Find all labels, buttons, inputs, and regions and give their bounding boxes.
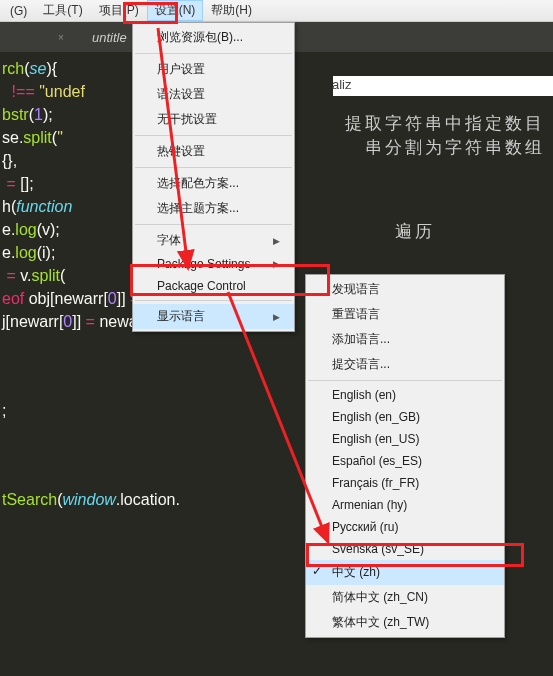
- submenu-item[interactable]: Español (es_ES): [306, 450, 504, 472]
- language-submenu: 发现语言重置语言添加语言...提交语言...English (en)Englis…: [305, 274, 505, 638]
- tab-label[interactable]: untitle: [92, 30, 127, 45]
- check-icon: ✓: [312, 564, 322, 578]
- submenu-item[interactable]: 繁体中文 (zh_TW): [306, 610, 504, 635]
- submenu-item[interactable]: Svenska (sv_SE): [306, 538, 504, 560]
- dropdown-item[interactable]: 语法设置: [133, 82, 294, 107]
- dropdown-item[interactable]: Package Control: [133, 275, 294, 297]
- dropdown-item[interactable]: 用户设置: [133, 57, 294, 82]
- preview-strip: [333, 76, 553, 96]
- dropdown-item[interactable]: 无干扰设置: [133, 107, 294, 132]
- dropdown-item[interactable]: 浏览资源包(B)...: [133, 25, 294, 50]
- settings-dropdown: 浏览资源包(B)...用户设置语法设置无干扰设置热键设置选择配色方案...选择主…: [132, 22, 295, 332]
- dropdown-item[interactable]: 选择配色方案...: [133, 171, 294, 196]
- submenu-item[interactable]: ✓中文 (zh): [306, 560, 504, 585]
- submenu-item[interactable]: 发现语言: [306, 277, 504, 302]
- submenu-item[interactable]: Armenian (hy): [306, 494, 504, 516]
- submenu-item[interactable]: 提交语言...: [306, 352, 504, 377]
- annotation-2: 串分割为字符串数组: [365, 136, 545, 159]
- submenu-item[interactable]: 重置语言: [306, 302, 504, 327]
- annotation-1: 提取字符串中指定数目: [345, 112, 545, 135]
- tab-close-icon[interactable]: ×: [55, 31, 67, 43]
- submenu-item[interactable]: English (en): [306, 384, 504, 406]
- submenu-arrow-icon: ▶: [273, 236, 280, 246]
- menu-project[interactable]: 项目(P): [91, 0, 147, 21]
- menu-help[interactable]: 帮助(H): [203, 0, 260, 21]
- menu-view[interactable]: (G): [2, 2, 35, 20]
- submenu-item[interactable]: Français (fr_FR): [306, 472, 504, 494]
- submenu-arrow-icon: ▶: [273, 312, 280, 322]
- submenu-item[interactable]: English (en_US): [306, 428, 504, 450]
- preview-text: aliz: [332, 77, 352, 92]
- submenu-item[interactable]: Русский (ru): [306, 516, 504, 538]
- menubar: (G) 工具(T) 项目(P) 设置(N) 帮助(H): [0, 0, 553, 22]
- dropdown-item[interactable]: 选择主题方案...: [133, 196, 294, 221]
- submenu-arrow-icon: ▶: [273, 259, 280, 269]
- submenu-item[interactable]: English (en_GB): [306, 406, 504, 428]
- dropdown-item[interactable]: 热键设置: [133, 139, 294, 164]
- dropdown-item[interactable]: 字体▶: [133, 228, 294, 253]
- menu-tools[interactable]: 工具(T): [35, 0, 90, 21]
- dropdown-item[interactable]: 显示语言▶: [133, 304, 294, 329]
- dropdown-item[interactable]: Package Settings▶: [133, 253, 294, 275]
- submenu-item[interactable]: 简体中文 (zh_CN): [306, 585, 504, 610]
- submenu-item[interactable]: 添加语言...: [306, 327, 504, 352]
- menu-settings[interactable]: 设置(N): [147, 0, 204, 21]
- annotation-3: 遍历: [395, 220, 435, 243]
